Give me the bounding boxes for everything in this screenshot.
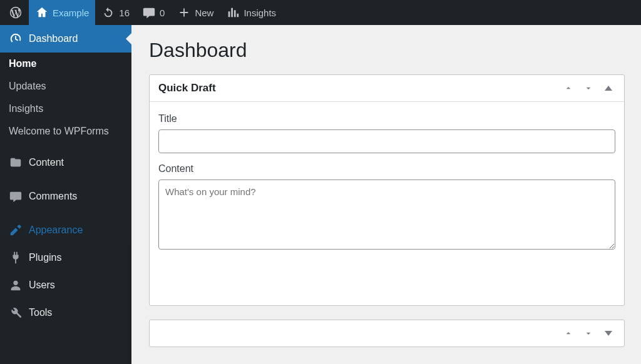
quick-draft-panel: Quick Draft Title Content <box>149 74 625 306</box>
home-icon <box>35 6 49 19</box>
menu-tools[interactable]: Tools <box>0 299 131 326</box>
title-input[interactable] <box>158 129 615 153</box>
insights-link[interactable]: Insights <box>220 0 282 25</box>
users-icon <box>9 278 23 292</box>
chevron-down-icon <box>583 328 593 338</box>
updates-count: 16 <box>119 8 130 18</box>
menu-users[interactable]: Users <box>0 271 131 299</box>
updates-icon <box>101 6 115 19</box>
menu-content[interactable]: Content <box>0 149 131 176</box>
submenu-dashboard: Home Updates Insights Welcome to WPForms <box>0 53 131 143</box>
panel-controls <box>562 81 615 95</box>
menu-plugins[interactable]: Plugins <box>0 244 131 271</box>
site-home-link[interactable]: Example <box>29 0 95 25</box>
comments-count: 0 <box>160 8 165 18</box>
chevron-up-icon <box>563 328 573 338</box>
menu-users-label: Users <box>29 280 55 291</box>
menu-comments-label: Comments <box>29 191 77 202</box>
submenu-insights[interactable]: Insights <box>0 98 131 120</box>
quick-draft-body: Title Content <box>150 102 624 305</box>
new-label: New <box>195 8 213 18</box>
updates-link[interactable]: 16 <box>95 0 136 25</box>
bar-chart-icon <box>226 6 240 19</box>
plugins-icon <box>9 251 23 265</box>
content-label: Content <box>158 163 615 174</box>
move-down-button[interactable] <box>582 81 595 95</box>
plus-icon <box>177 6 191 19</box>
appearance-icon <box>9 223 23 237</box>
submenu-welcome-wpforms[interactable]: Welcome to WPForms <box>0 120 131 143</box>
menu-dashboard-label: Dashboard <box>29 33 78 44</box>
dashboard-icon <box>9 32 23 46</box>
wordpress-icon <box>9 6 23 19</box>
admin-bar: Example 16 0 New Insights <box>0 0 641 25</box>
collapsed-panel <box>149 320 625 347</box>
admin-menu: Dashboard Home Updates Insights Welcome … <box>0 25 131 364</box>
move-down-button[interactable] <box>582 326 595 340</box>
quick-draft-title: Quick Draft <box>158 82 216 94</box>
move-up-button[interactable] <box>562 326 575 340</box>
chevron-up-icon <box>563 83 573 93</box>
menu-tools-label: Tools <box>29 307 52 318</box>
menu-appearance-label: Appearance <box>29 225 83 236</box>
move-up-button[interactable] <box>562 81 575 95</box>
triangle-down-icon <box>605 331 612 336</box>
chevron-down-icon <box>583 83 593 93</box>
panel-controls <box>562 326 615 340</box>
folder-icon <box>9 156 23 169</box>
submenu-updates[interactable]: Updates <box>0 75 131 98</box>
new-content-link[interactable]: New <box>171 0 220 25</box>
comment-icon <box>142 6 156 19</box>
menu-plugins-label: Plugins <box>29 252 61 263</box>
triangle-up-icon <box>605 86 612 91</box>
menu-content-label: Content <box>29 157 64 168</box>
tools-icon <box>9 306 23 320</box>
submenu-home[interactable]: Home <box>0 53 131 75</box>
comments-link[interactable]: 0 <box>136 0 171 25</box>
menu-appearance[interactable]: Appearance <box>0 216 131 244</box>
toggle-panel-button[interactable] <box>602 81 615 95</box>
menu-comments[interactable]: Comments <box>0 183 131 210</box>
quick-draft-header: Quick Draft <box>150 75 624 102</box>
wp-logo-menu[interactable] <box>3 0 29 25</box>
site-name: Example <box>53 8 89 18</box>
collapsed-panel-header <box>150 320 624 346</box>
title-label: Title <box>158 113 615 124</box>
toggle-panel-button[interactable] <box>602 326 615 340</box>
insights-label: Insights <box>244 8 276 18</box>
main-content: Dashboard Quick Draft Title Content <box>131 25 641 364</box>
content-textarea[interactable] <box>158 179 615 250</box>
comments-icon <box>9 190 23 203</box>
menu-dashboard[interactable]: Dashboard <box>0 25 131 53</box>
page-title: Dashboard <box>149 39 641 62</box>
